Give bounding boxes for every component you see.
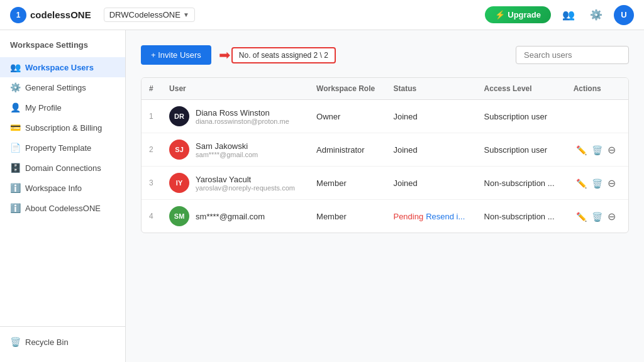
user-role: Member bbox=[309, 167, 386, 200]
sidebar-item-about-codelessone[interactable]: ℹ️ About CodelessONE bbox=[0, 198, 125, 218]
users-icon: 👥 bbox=[10, 62, 20, 72]
domain-icon: 🗄️ bbox=[10, 163, 20, 173]
table-header-row: # User Workspace Role Status Access Leve… bbox=[142, 78, 628, 100]
settings-nav-icon[interactable]: ⚙️ bbox=[586, 5, 606, 25]
sidebar-item-recycle-bin[interactable]: 🗑️ Recycle Bin bbox=[0, 332, 125, 352]
sidebar-item-workspace-info[interactable]: ℹ️ Workspace Info bbox=[0, 178, 125, 198]
remove-button[interactable]: ⊖ bbox=[605, 143, 618, 157]
sidebar-item-general-settings[interactable]: ⚙️ General Settings bbox=[0, 77, 125, 97]
info-icon: ℹ️ bbox=[10, 183, 20, 193]
toolbar: + Invite Users ➡ No. of seats assigned 2… bbox=[141, 45, 629, 65]
user-role: Owner bbox=[309, 100, 386, 133]
lightning-icon: ⚡ bbox=[495, 10, 505, 19]
actions-cell bbox=[566, 100, 628, 133]
logo-icon: 1 bbox=[10, 7, 26, 23]
access-level: Non-subscription ... bbox=[477, 200, 566, 233]
actions-cell: ✏️🗑️⊖ bbox=[566, 133, 628, 167]
sidebar-bottom: 🗑️ Recycle Bin bbox=[0, 326, 125, 352]
seats-label: No. of seats assigned 2 \ 2 bbox=[239, 51, 328, 60]
user-status: PendingResend i... bbox=[386, 200, 476, 233]
user-status: Joined bbox=[386, 100, 476, 133]
status-joined: Joined bbox=[393, 112, 417, 121]
table-row: 4SMsm****@gmail.comMemberPendingResend i… bbox=[142, 200, 628, 233]
sidebar-label-workspace-info: Workspace Info bbox=[25, 184, 82, 193]
user-cell-3: SMsm****@gmail.com bbox=[162, 200, 309, 233]
user-cell-2: IYYaroslav Yacultyaroslav@noreply-reques… bbox=[162, 167, 309, 200]
sidebar-item-workspace-users[interactable]: 👥 Workspace Users bbox=[0, 57, 125, 77]
sidebar-label-general-settings: General Settings bbox=[25, 83, 86, 92]
edit-button[interactable]: ✏️ bbox=[574, 177, 589, 190]
col-actions: Actions bbox=[566, 78, 628, 100]
sidebar-label-about-codelessone: About CodelessONE bbox=[25, 204, 101, 213]
sidebar-item-my-profile[interactable]: 👤 My Profile bbox=[0, 97, 125, 118]
delete-button[interactable]: 🗑️ bbox=[589, 177, 605, 190]
avatar: IY bbox=[169, 173, 189, 193]
avatar: SJ bbox=[169, 140, 189, 160]
status-joined: Joined bbox=[393, 145, 417, 155]
user-cell-1: SJSam Jakowskisam****@gmail.com bbox=[162, 133, 309, 167]
avatar: SM bbox=[169, 206, 189, 226]
workspace-selector[interactable]: DRWCodelessONE ▼ bbox=[104, 8, 195, 22]
logo-text: codelessONE bbox=[30, 9, 91, 20]
users-table: # User Workspace Role Status Access Leve… bbox=[142, 78, 628, 233]
access-level: Subscription user bbox=[477, 100, 566, 133]
user-avatar[interactable]: U bbox=[614, 5, 634, 25]
template-icon: 📄 bbox=[10, 143, 20, 153]
col-user: User bbox=[162, 78, 309, 100]
user-status: Joined bbox=[386, 133, 476, 167]
actions-cell: ✏️🗑️⊖ bbox=[566, 167, 628, 200]
access-level: Non-subscription ... bbox=[477, 167, 566, 200]
billing-icon: 💳 bbox=[10, 123, 20, 133]
delete-button[interactable]: 🗑️ bbox=[589, 144, 605, 156]
actions-cell: ✏️🗑️⊖ bbox=[566, 200, 628, 233]
search-input[interactable] bbox=[516, 46, 629, 64]
red-arrow-icon: ➡ bbox=[219, 47, 230, 63]
edit-button[interactable]: ✏️ bbox=[574, 211, 589, 223]
user-name: Sam Jakowski bbox=[196, 141, 258, 151]
status-pending: Pending bbox=[393, 212, 423, 221]
about-icon: ℹ️ bbox=[10, 203, 20, 213]
table-row: 2SJSam Jakowskisam****@gmail.comAdminist… bbox=[142, 133, 628, 167]
sidebar-label-domain-connections: Domain Connections bbox=[25, 163, 101, 173]
user-role: Administrator bbox=[309, 133, 386, 167]
sidebar-item-subscription-billing[interactable]: 💳 Subscription & Billing bbox=[0, 118, 125, 138]
user-email: yaroslav@noreply-requests.com bbox=[196, 184, 295, 192]
remove-button[interactable]: ⊖ bbox=[605, 176, 618, 190]
chevron-down-icon: ▼ bbox=[183, 11, 189, 18]
access-level: Subscription user bbox=[477, 133, 566, 167]
sidebar-label-my-profile: My Profile bbox=[25, 103, 62, 112]
user-name: sm****@gmail.com bbox=[196, 212, 265, 221]
row-num: 1 bbox=[142, 100, 162, 133]
invite-users-button[interactable]: + Invite Users bbox=[141, 45, 211, 65]
row-num: 3 bbox=[142, 167, 162, 200]
remove-button[interactable]: ⊖ bbox=[605, 209, 618, 224]
avatar: DR bbox=[169, 106, 189, 126]
main-content: + Invite Users ➡ No. of seats assigned 2… bbox=[126, 30, 644, 362]
status-joined: Joined bbox=[393, 178, 417, 188]
col-num: # bbox=[142, 78, 162, 100]
table-row: 3IYYaroslav Yacultyaroslav@noreply-reque… bbox=[142, 167, 628, 200]
logo: 1 codelessONE bbox=[10, 7, 91, 23]
delete-button[interactable]: 🗑️ bbox=[589, 211, 605, 223]
user-cell-0: DRDiana Ross Winstondiana.rosswinston@pr… bbox=[162, 100, 309, 133]
sidebar-label-property-template: Property Template bbox=[25, 143, 91, 153]
user-email: diana.rosswinston@proton.me bbox=[196, 118, 289, 125]
edit-button[interactable]: ✏️ bbox=[574, 144, 589, 156]
users-nav-icon[interactable]: 👥 bbox=[558, 5, 579, 25]
sidebar-item-domain-connections[interactable]: 🗄️ Domain Connections bbox=[0, 158, 125, 178]
seats-badge: No. of seats assigned 2 \ 2 bbox=[231, 47, 336, 63]
sidebar-label-recycle-bin: Recycle Bin bbox=[25, 337, 69, 347]
sidebar-label-workspace-users: Workspace Users bbox=[25, 63, 94, 72]
sidebar: Workspace Settings 👥 Workspace Users ⚙️ … bbox=[0, 30, 126, 362]
users-table-container: # User Workspace Role Status Access Leve… bbox=[141, 77, 629, 233]
user-name: Yaroslav Yacult bbox=[196, 175, 295, 184]
user-role: Member bbox=[309, 200, 386, 233]
row-num: 4 bbox=[142, 200, 162, 233]
sidebar-item-property-template[interactable]: 📄 Property Template bbox=[0, 138, 125, 158]
col-role: Workspace Role bbox=[309, 78, 386, 100]
resend-link[interactable]: Resend i... bbox=[426, 212, 465, 221]
user-email: sam****@gmail.com bbox=[196, 151, 258, 158]
upgrade-button[interactable]: ⚡ Upgrade bbox=[485, 6, 551, 23]
user-status: Joined bbox=[386, 167, 476, 200]
row-num: 2 bbox=[142, 133, 162, 167]
